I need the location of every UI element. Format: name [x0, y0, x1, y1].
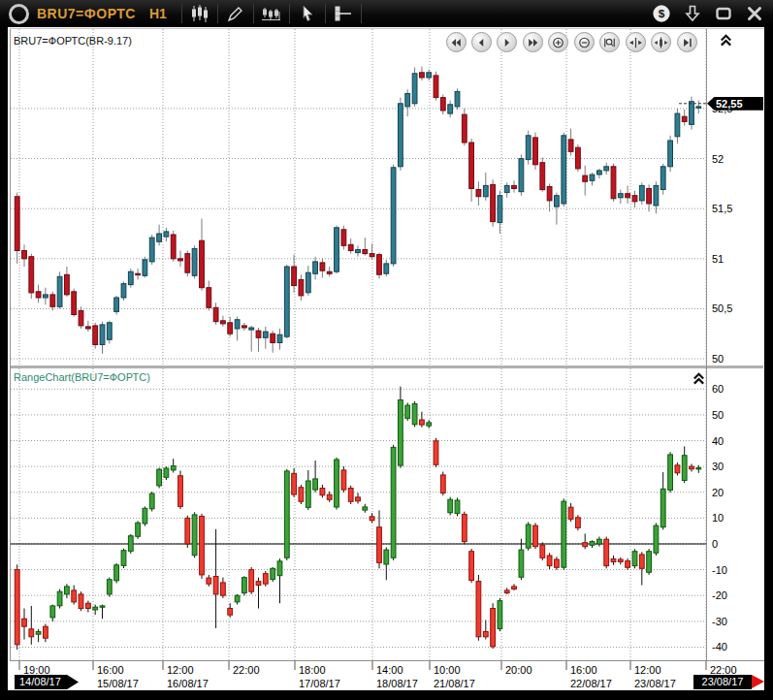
candle [668, 452, 673, 493]
axis-label: 50 [712, 353, 724, 365]
window-title: BRU7=ФОРТС [37, 6, 136, 21]
panel-divider[interactable] [10, 366, 763, 368]
axis-label: -30 [712, 616, 727, 627]
restore-icon[interactable] [714, 4, 733, 23]
candle [136, 521, 141, 539]
candle [57, 589, 62, 609]
candle [611, 164, 616, 202]
candle [335, 226, 339, 274]
candle [604, 537, 609, 569]
candle [632, 549, 637, 568]
candle [434, 438, 438, 467]
go-to-end-button[interactable] [677, 32, 697, 52]
candle [391, 445, 396, 560]
end-date-arrow-icon [752, 675, 764, 688]
candle [668, 136, 673, 172]
candle [335, 458, 339, 510]
candle [128, 269, 133, 288]
candlestick-chart-icon[interactable] [187, 3, 212, 24]
scroll-right-fast-button[interactable] [523, 32, 543, 52]
candle [533, 523, 538, 549]
scroll-left-fast-button[interactable] [446, 32, 467, 52]
axis-label: 0 [712, 538, 718, 550]
candle [284, 469, 289, 560]
titlebar-toolbar [177, 3, 367, 24]
candle [171, 231, 176, 262]
download-arrow-icon[interactable] [683, 4, 702, 23]
axis-label: 52 [712, 153, 724, 165]
axis-label: 51 [712, 253, 724, 265]
money-icon[interactable]: $ [652, 4, 671, 23]
end-date-tag: 23/08/17 [693, 675, 752, 689]
axis-label: 12:00 [167, 664, 194, 676]
draw-pencil-icon[interactable] [223, 3, 248, 24]
candle [249, 567, 254, 594]
titlebar[interactable]: BRU7=ФОРТС H1 $ [0, 0, 773, 27]
candle [185, 251, 190, 277]
candle [526, 131, 531, 165]
candle [377, 253, 382, 279]
candle [448, 497, 453, 516]
axis-label: 14:00 [376, 664, 403, 676]
candle [242, 576, 247, 595]
chart-canvas[interactable]: 52,55251,55150,5506050403020100-10-20-30… [8, 27, 764, 690]
candle [29, 254, 34, 299]
candle [526, 522, 531, 551]
axis-label: 20:00 [505, 664, 532, 676]
candle [405, 402, 410, 421]
axis-label: -40 [712, 641, 727, 652]
close-icon[interactable] [745, 4, 764, 23]
cursor-icon[interactable] [295, 3, 320, 24]
candle [519, 154, 524, 195]
axis-label: 30 [712, 461, 724, 472]
axis-label: 18/08/17 [376, 678, 418, 689]
candle [462, 512, 467, 545]
candle [263, 571, 268, 587]
candle [476, 575, 481, 641]
candle [121, 282, 126, 302]
collapse-bottom-panel-icon[interactable] [692, 371, 706, 386]
zoom-region-button[interactable] [599, 32, 620, 52]
axis-label: 10:00 [434, 664, 461, 676]
window-controls: $ [652, 0, 764, 27]
levels-icon[interactable] [331, 3, 356, 24]
candle [114, 296, 119, 315]
candle [690, 97, 694, 130]
toolbar-separator [181, 4, 182, 23]
compress-horizontal-button[interactable] [626, 32, 646, 52]
axis-label: 40 [712, 435, 724, 447]
axis-label: 16:00 [570, 664, 597, 676]
axis-label: 10 [712, 512, 724, 524]
axis-label: 15/08/17 [97, 678, 139, 689]
candle [455, 88, 460, 110]
axis-label: 22/08/17 [570, 678, 612, 689]
candle [128, 534, 133, 554]
zoom-out-button[interactable] [574, 32, 595, 52]
candle [391, 165, 396, 267]
scroll-right-button[interactable] [497, 32, 517, 52]
axis-label: 17/08/17 [299, 678, 340, 689]
indicator-chart-icon[interactable] [259, 3, 284, 24]
collapse-top-panel-icon[interactable] [719, 33, 733, 48]
candle [143, 506, 147, 525]
axis-label: 50,5 [712, 302, 732, 314]
zoom-in-button[interactable] [548, 32, 568, 52]
start-date-tag: 14/08/17 [15, 675, 79, 689]
candle [79, 591, 83, 611]
axis-label: 51,5 [712, 203, 732, 214]
axis-label: 12:00 [634, 664, 661, 676]
chart-window: BRU7=ФОРТС H1 $ 52,55251,55150,550605040… [0, 0, 773, 700]
candle [562, 133, 566, 207]
candle [440, 472, 445, 496]
compress-candles-button[interactable] [651, 32, 671, 52]
axis-label: 20 [712, 487, 724, 498]
candle [469, 549, 474, 583]
rangechart-title: RangeChart(BRU7=ФОРТС) [14, 371, 150, 383]
candle [647, 549, 652, 575]
candle [576, 144, 581, 172]
axis-label: 18:00 [299, 664, 326, 676]
timeframe-label: H1 [149, 6, 167, 21]
app-logo-icon [9, 4, 29, 24]
scroll-left-button[interactable] [471, 32, 492, 52]
candle [576, 515, 581, 530]
